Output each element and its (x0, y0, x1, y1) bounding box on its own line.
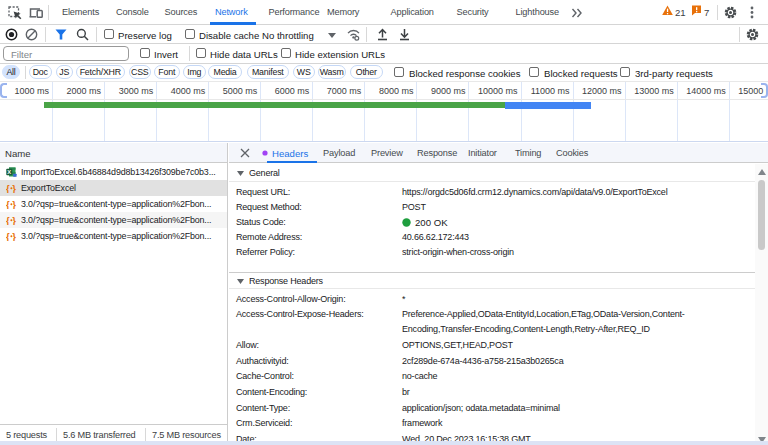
svg-text:{: { (6, 231, 10, 241)
svg-text:}: } (12, 199, 16, 209)
svg-text:{: { (6, 183, 10, 193)
svg-text:}: } (12, 231, 16, 241)
svg-text:}: } (12, 183, 16, 193)
svg-text:{: { (6, 215, 10, 225)
svg-text:}: } (12, 215, 16, 225)
svg-text:X: X (7, 169, 11, 175)
svg-text:{: { (6, 199, 10, 209)
